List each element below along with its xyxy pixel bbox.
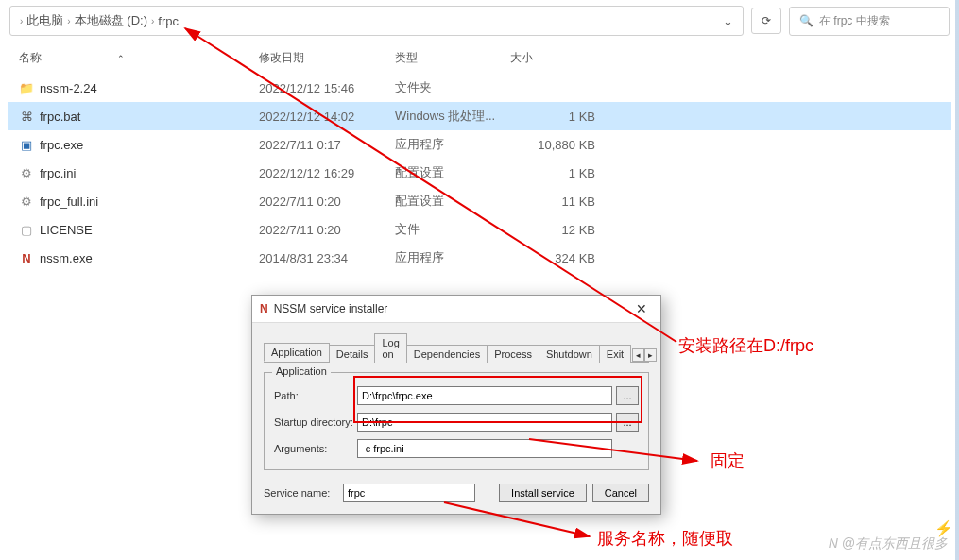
chevron-right-icon: › xyxy=(20,16,23,26)
header-name[interactable]: 名称 ⌃ xyxy=(19,50,259,66)
refresh-button[interactable]: ⟳ xyxy=(751,8,781,34)
header-size[interactable]: 大小 xyxy=(510,50,595,66)
browse-path-button[interactable]: ... xyxy=(616,386,639,405)
file-name: frpc_full.ini xyxy=(40,195,98,209)
search-icon: 🔍 xyxy=(799,14,813,27)
crumb-pc[interactable]: 此电脑 xyxy=(26,12,63,29)
column-headers: 名称 ⌃ 修改日期 类型 大小 xyxy=(0,42,959,72)
group-title: Application xyxy=(272,365,331,377)
file-type: 应用程序 xyxy=(395,136,510,153)
tab-scroll-right[interactable]: ▸ xyxy=(644,348,657,362)
annotation-fixed: 固定 xyxy=(711,450,745,472)
dialog-title: NSSM service installer xyxy=(274,302,388,315)
file-date: 2014/8/31 23:34 xyxy=(259,251,395,265)
file-name: LICENSE xyxy=(40,223,93,237)
label-arguments: Arguments: xyxy=(274,443,353,454)
file-date: 2022/7/11 0:17 xyxy=(259,138,395,152)
bat-file-icon: ⌘ xyxy=(19,109,34,124)
file-type: 文件夹 xyxy=(395,79,510,96)
tabs: Application Details Log on Dependencies … xyxy=(264,332,649,363)
file-name: frpc.exe xyxy=(40,138,83,152)
chevron-right-icon: › xyxy=(151,16,154,26)
file-date: 2022/7/11 0:20 xyxy=(259,223,395,237)
file-name: nssm.exe xyxy=(40,251,93,265)
file-date: 2022/12/12 15:46 xyxy=(259,81,395,95)
label-service-name: Service name: xyxy=(264,487,337,499)
nssm-icon: N xyxy=(260,302,268,315)
service-name-input[interactable] xyxy=(343,484,475,502)
table-row[interactable]: 📁nssm-2.242022/12/12 15:46文件夹 xyxy=(8,74,951,102)
file-size: 324 KB xyxy=(510,251,595,265)
tab-application[interactable]: Application xyxy=(264,343,330,362)
bolt-icon: ⚡ xyxy=(934,519,953,537)
file-size: 12 KB xyxy=(510,223,595,237)
file-name: frpc.bat xyxy=(40,110,80,124)
watermark: N @有点东西且很多 xyxy=(829,535,948,552)
file-date: 2022/7/11 0:20 xyxy=(259,195,395,209)
application-group: Application Path: ... Startup directory:… xyxy=(264,372,649,470)
label-path: Path: xyxy=(274,390,353,401)
tab-scroll-left[interactable]: ◂ xyxy=(632,348,644,362)
file-size: 10,880 KB xyxy=(510,138,595,152)
header-type[interactable]: 类型 xyxy=(395,50,510,66)
crumb-folder[interactable]: frpc xyxy=(158,14,179,28)
chevron-down-icon[interactable]: ⌄ xyxy=(723,14,733,28)
startup-input[interactable] xyxy=(357,413,612,432)
close-button[interactable]: ✕ xyxy=(630,301,653,316)
refresh-icon: ⟳ xyxy=(762,14,771,27)
close-icon: ✕ xyxy=(636,301,647,316)
annotation-service-name: 服务名称，随便取 xyxy=(597,527,733,550)
crumb-drive[interactable]: 本地磁盘 (D:) xyxy=(75,12,147,29)
file-type: Windows 批处理... xyxy=(395,108,510,125)
arguments-input[interactable] xyxy=(357,439,612,458)
table-row[interactable]: Nnssm.exe2014/8/31 23:34应用程序324 KB xyxy=(8,244,951,272)
sort-caret-icon: ⌃ xyxy=(117,54,125,63)
file-type: 应用程序 xyxy=(395,249,510,266)
tab-details[interactable]: Details xyxy=(329,345,376,363)
table-row[interactable]: ⌘frpc.bat2022/12/12 14:02Windows 批处理...1… xyxy=(8,102,951,130)
table-row[interactable]: ▣frpc.exe2022/7/11 0:17应用程序10,880 KB xyxy=(8,130,951,159)
table-row[interactable]: ▢LICENSE2022/7/11 0:20文件12 KB xyxy=(8,215,951,244)
file-name: frpc.ini xyxy=(40,166,76,180)
header-date[interactable]: 修改日期 xyxy=(259,50,395,66)
annotation-install-path: 安装路径在D:/frpc xyxy=(678,334,813,357)
folder-icon: 📁 xyxy=(19,80,34,95)
right-edge xyxy=(955,0,959,560)
exe-file-icon: ▣ xyxy=(19,137,34,152)
file-date: 2022/12/12 16:29 xyxy=(259,166,395,180)
table-row[interactable]: ⚙frpc.ini2022/12/12 16:29配置设置1 KB xyxy=(8,159,951,187)
tab-process[interactable]: Process xyxy=(487,345,539,363)
breadcrumb[interactable]: › 此电脑 › 本地磁盘 (D:) › frpc ⌄ xyxy=(9,6,744,36)
label-startup: Startup directory: xyxy=(274,416,353,428)
file-size: 11 KB xyxy=(510,195,595,209)
search-placeholder: 在 frpc 中搜索 xyxy=(819,13,890,29)
dialog-titlebar[interactable]: N NSSM service installer ✕ xyxy=(252,296,660,323)
tab-shutdown[interactable]: Shutdown xyxy=(539,345,600,363)
ini-file-icon: ⚙ xyxy=(19,194,34,209)
install-service-button[interactable]: Install service xyxy=(499,484,587,502)
tab-exit[interactable]: Exit xyxy=(599,345,631,363)
file-size: 1 KB xyxy=(510,166,595,180)
tab-logon[interactable]: Log on xyxy=(374,333,406,363)
nssm-exe-icon: N xyxy=(19,250,34,265)
table-row[interactable]: ⚙frpc_full.ini2022/7/11 0:20配置设置11 KB xyxy=(8,187,951,215)
file-type: 文件 xyxy=(395,221,510,238)
chevron-right-icon: › xyxy=(67,16,70,26)
nssm-dialog: N NSSM service installer ✕ Application D… xyxy=(251,295,661,515)
file-type: 配置设置 xyxy=(395,193,510,210)
path-input[interactable] xyxy=(357,386,612,405)
browse-startup-button[interactable]: ... xyxy=(616,413,639,432)
search-input[interactable]: 🔍 在 frpc 中搜索 xyxy=(789,7,950,36)
file-icon: ▢ xyxy=(19,222,34,237)
file-list: 📁nssm-2.242022/12/12 15:46文件夹⌘frpc.bat20… xyxy=(0,72,959,274)
file-date: 2022/12/12 14:02 xyxy=(259,110,395,124)
cancel-button[interactable]: Cancel xyxy=(592,484,649,502)
tab-dependencies[interactable]: Dependencies xyxy=(406,345,488,363)
file-size: 1 KB xyxy=(510,110,595,124)
file-type: 配置设置 xyxy=(395,164,510,181)
ini-file-icon: ⚙ xyxy=(19,165,34,180)
file-name: nssm-2.24 xyxy=(40,81,97,95)
